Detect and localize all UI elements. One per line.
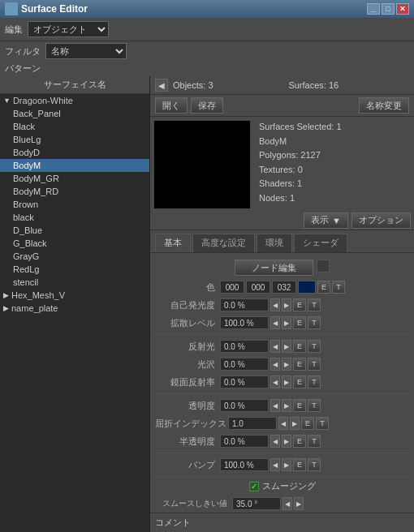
tree-group-dragoon[interactable]: ▼ Dragoon-White [0,94,149,107]
surface-tree[interactable]: ▼ Dragoon-White Back_Panel Black BlueLg … [0,94,149,532]
tree-item-bluelg[interactable]: BlueLg [0,133,149,146]
tree-item-bodyd[interactable]: BodyD [0,146,149,159]
nav-left-button[interactable]: ◀ [155,79,168,92]
bump-e-btn[interactable]: E [293,458,306,471]
save-button[interactable]: 保存 [191,97,223,114]
glossiness-right-arrow[interactable]: ▶ [282,358,291,371]
bump-left-arrow[interactable]: ◀ [270,458,280,471]
color-r-field[interactable]: 000 [220,281,244,294]
display-button[interactable]: 表示 ▼ [304,212,348,229]
transparency-field[interactable]: 0.0 % [220,399,269,412]
luminosity-row: 自己発光度 0.0 % ◀ ▶ E T [155,297,409,313]
tree-item-grayg[interactable]: GrayG [0,250,149,263]
transparency-t-btn[interactable]: T [308,399,321,412]
specularity-t-btn[interactable]: T [308,340,321,353]
tree-group-nameplate[interactable]: ▶ name_plate [0,302,149,315]
translucency-t-btn[interactable]: T [308,435,321,448]
diffuse-row: 拡散レベル 100.0 % ◀ ▶ E T [155,315,409,331]
minimize-button[interactable]: _ [367,3,380,15]
tree-item-bodym-rd[interactable]: BodyM_RD [0,185,149,198]
translucency-e-btn[interactable]: E [293,435,306,448]
luminosity-field[interactable]: 0.0 % [220,298,269,311]
tab-environment[interactable]: 環境 [257,234,292,252]
tree-group-hex[interactable]: ▶ Hex_Mesh_V [0,289,149,302]
surfaces-count: Surfaces: 16 [218,80,409,90]
bump-field[interactable]: 100.0 % [220,458,269,471]
luminosity-t-btn[interactable]: T [308,298,321,311]
glossiness-e-btn[interactable]: E [293,358,306,371]
refraction-t-btn[interactable]: T [316,417,329,430]
specularity-left-arrow[interactable]: ◀ [270,340,280,353]
tab-basic[interactable]: 基本 [155,234,191,252]
translucency-field[interactable]: 0.0 % [220,435,269,448]
tab-advanced[interactable]: 高度な設定 [192,234,255,252]
bump-right-arrow[interactable]: ▶ [282,458,291,471]
luminosity-right-arrow[interactable]: ▶ [282,298,291,311]
color-t-btn[interactable]: T [332,281,345,294]
tree-item-black2[interactable]: black [0,211,149,224]
glossiness-t-btn[interactable]: T [308,358,321,371]
specularity-field[interactable]: 0.0 % [220,340,269,353]
tree-item-redlg[interactable]: RedLg [0,263,149,276]
smooth-threshold-right-arrow[interactable]: ▶ [294,497,304,510]
refraction-field[interactable]: 1.0 [228,417,277,430]
filter-dropdown[interactable]: 名称 [45,43,127,59]
translucency-left-arrow[interactable]: ◀ [270,435,280,448]
luminosity-left-arrow[interactable]: ◀ [270,298,280,311]
refraction-right-arrow[interactable]: ▶ [290,417,300,430]
diffuse-left-arrow[interactable]: ◀ [270,316,280,329]
tree-item-brown[interactable]: Brown [0,198,149,211]
diffuse-label: 拡散レベル [155,317,220,329]
open-button[interactable]: 開く [155,97,188,114]
tab-shader[interactable]: シェーダ [294,234,347,252]
diffuse-right-arrow[interactable]: ▶ [282,316,291,329]
tree-item-back-panel[interactable]: Back_Panel [0,107,149,120]
node-edit-button[interactable]: ノード編集 [235,260,313,276]
transparency-e-btn[interactable]: E [293,399,306,412]
smooth-threshold-value-area: 35.0 ° ◀ ▶ [232,497,409,510]
smooth-threshold-left-arrow[interactable]: ◀ [282,497,292,510]
color-b-field[interactable]: 032 [272,281,296,294]
specularity-right-arrow[interactable]: ▶ [282,340,291,353]
translucency-row: 半透明度 0.0 % ◀ ▶ E T [155,433,409,449]
rename-button[interactable]: 名称変更 [359,97,409,114]
diffuse-t-btn[interactable]: T [308,316,321,329]
tree-item-g-black[interactable]: G_Black [0,237,149,250]
object-dropdown[interactable]: オブジェクト [28,21,109,37]
tree-item-bodym-gr[interactable]: BodyM_GR [0,172,149,185]
glossiness-left-arrow[interactable]: ◀ [270,358,280,371]
color-e-btn[interactable]: E [317,281,330,294]
luminosity-e-btn[interactable]: E [293,298,306,311]
tree-item-stencil[interactable]: stencil [0,276,149,289]
reflection-field[interactable]: 0.0 % [220,375,269,388]
tree-item-black1[interactable]: Black [0,120,149,133]
translucency-right-arrow[interactable]: ▶ [282,435,291,448]
color-swatch[interactable] [298,281,316,294]
maximize-button[interactable]: □ [382,3,395,15]
options-button[interactable]: オプション [351,212,411,229]
node-edit-row: ノード編集 [155,260,409,276]
close-button[interactable]: ✕ [396,3,409,15]
bump-row: バンプ 100.0 % ◀ ▶ E T [155,457,409,473]
reflection-right-arrow[interactable]: ▶ [282,375,291,388]
tree-item-d-blue[interactable]: D_Blue [0,224,149,237]
node-extra-btn[interactable] [317,260,330,272]
reflection-e-btn[interactable]: E [293,375,306,388]
divider1 [155,334,409,335]
refraction-left-arrow[interactable]: ◀ [278,417,288,430]
transparency-left-arrow[interactable]: ◀ [270,399,280,412]
diffuse-field[interactable]: 100.0 % [220,316,269,329]
transparency-right-arrow[interactable]: ▶ [282,399,291,412]
diffuse-e-btn[interactable]: E [293,316,306,329]
reflection-left-arrow[interactable]: ◀ [270,375,280,388]
specularity-e-btn[interactable]: E [293,340,306,353]
color-g-field[interactable]: 000 [246,281,270,294]
color-value-area: 000 000 032 E T [220,281,409,294]
bump-t-btn[interactable]: T [308,458,321,471]
refraction-e-btn[interactable]: E [301,417,314,430]
glossiness-field[interactable]: 0.0 % [220,358,269,371]
smoothing-checkbox[interactable]: ✓ [249,482,259,491]
tree-item-bodym[interactable]: BodyM [0,159,149,172]
reflection-t-btn[interactable]: T [308,375,321,388]
smooth-threshold-field[interactable]: 35.0 ° [232,497,281,510]
